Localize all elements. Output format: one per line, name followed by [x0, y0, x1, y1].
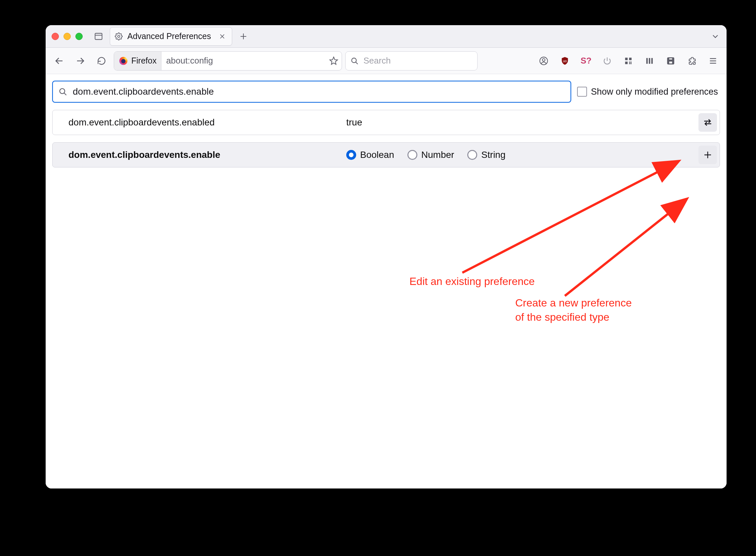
tab-title: Advanced Preferences: [127, 31, 213, 41]
svg-marker-11: [330, 57, 337, 64]
search-icon: [350, 57, 359, 65]
search-bar[interactable]: Search: [345, 51, 478, 70]
svg-rect-21: [631, 62, 632, 63]
extension-button-save[interactable]: [662, 52, 680, 70]
window-close-button[interactable]: [51, 33, 59, 40]
pref-name: dom.event.clipboardevents.enable: [69, 149, 340, 160]
svg-rect-24: [646, 58, 647, 64]
power-button[interactable]: [598, 52, 616, 70]
checkbox-icon[interactable]: [577, 87, 587, 97]
arrow-left-icon: [54, 56, 64, 66]
svg-rect-19: [625, 62, 628, 64]
svg-rect-26: [651, 58, 652, 64]
show-modified-option[interactable]: Show only modified preferences: [577, 87, 720, 97]
pref-filter-input[interactable]: [72, 86, 565, 97]
svg-point-10: [121, 59, 125, 63]
identity-chip[interactable]: Firefox: [114, 51, 161, 70]
star-icon: [329, 56, 338, 66]
extensions-button[interactable]: [683, 52, 701, 70]
search-placeholder: Search: [364, 56, 390, 66]
reload-button[interactable]: [92, 52, 110, 70]
back-button[interactable]: [50, 52, 68, 70]
forward-button[interactable]: [71, 52, 89, 70]
gear-icon: [115, 32, 123, 40]
bars-icon: [645, 57, 654, 65]
arrow-right-icon: [75, 56, 85, 66]
address-bar[interactable]: Firefox about:config: [114, 51, 342, 70]
bookmark-star-button[interactable]: [326, 56, 342, 66]
radio-icon: [408, 150, 417, 160]
toggle-pref-button[interactable]: [698, 113, 717, 132]
svg-point-2: [118, 35, 120, 37]
window-zoom-button[interactable]: [75, 33, 83, 40]
svg-rect-17: [625, 58, 628, 60]
url-text: about:config: [161, 56, 326, 66]
shield-icon: uo: [560, 56, 569, 66]
app-menu-button[interactable]: [704, 52, 722, 70]
svg-line-34: [64, 93, 67, 95]
annotation-edit-label: Edit an existing preference: [409, 274, 535, 288]
search-icon: [58, 87, 68, 96]
toggle-arrows-icon: [703, 117, 713, 128]
type-string[interactable]: String: [467, 149, 505, 160]
pref-type-options: Boolean Number String: [346, 149, 692, 160]
plus-icon: [239, 32, 248, 41]
show-modified-label: Show only modified preferences: [591, 87, 718, 97]
new-tab-button[interactable]: [235, 29, 251, 44]
extension-button-bars[interactable]: [641, 52, 658, 70]
extension-button-s[interactable]: S?: [577, 52, 595, 70]
pref-row-new: dom.event.clipboardevents.enable Boolean…: [52, 142, 720, 168]
nav-toolbar: Firefox about:config Search uo S?: [46, 48, 726, 74]
window-minimize-button[interactable]: [64, 33, 71, 40]
plus-icon: [703, 150, 713, 160]
type-boolean[interactable]: Boolean: [346, 149, 394, 160]
account-icon: [539, 56, 548, 66]
type-number[interactable]: Number: [408, 149, 454, 160]
extension-button-grid[interactable]: [619, 52, 637, 70]
svg-rect-25: [649, 58, 650, 64]
chevron-down-icon: [711, 32, 720, 41]
sidebar-tabs-button[interactable]: [90, 29, 107, 44]
tabs-overflow-button[interactable]: [707, 29, 723, 44]
letter-s-icon: S?: [580, 56, 591, 66]
pref-filter-box[interactable]: [52, 81, 571, 103]
svg-rect-28: [669, 58, 673, 60]
identity-label: Firefox: [131, 56, 156, 66]
tab-close-button[interactable]: [217, 31, 227, 41]
svg-text:uo: uo: [563, 59, 567, 63]
pref-value: true: [346, 117, 692, 128]
pref-row: dom.event.clipboardevents.enabled true: [52, 110, 720, 135]
svg-line-40: [565, 200, 686, 296]
annotation-create-label: Create a new preference of the specified…: [515, 296, 632, 324]
svg-point-12: [351, 58, 356, 63]
svg-rect-23: [631, 63, 632, 64]
svg-rect-18: [629, 58, 632, 60]
diskette-icon: [667, 57, 675, 65]
window-controls: [49, 33, 87, 40]
svg-rect-20: [629, 62, 630, 63]
browser-window: Advanced Preferences: [46, 25, 726, 488]
puzzle-icon: [687, 56, 696, 66]
browser-tab[interactable]: Advanced Preferences: [110, 27, 232, 46]
radio-selected-icon: [346, 150, 356, 160]
svg-point-15: [542, 59, 545, 61]
firefox-icon: [119, 56, 128, 66]
about-config-content: Show only modified preferences dom.event…: [46, 74, 726, 488]
pref-name: dom.event.clipboardevents.enabled: [69, 117, 340, 128]
svg-point-33: [60, 89, 65, 94]
power-icon: [603, 56, 612, 66]
close-icon: [219, 33, 226, 40]
svg-rect-0: [95, 33, 102, 39]
add-pref-button[interactable]: [698, 146, 717, 164]
radio-icon: [467, 150, 477, 160]
svg-rect-22: [629, 63, 630, 64]
svg-rect-29: [669, 61, 673, 64]
svg-line-39: [462, 162, 677, 273]
ublock-button[interactable]: uo: [556, 52, 574, 70]
svg-line-13: [355, 62, 357, 64]
tab-bar: Advanced Preferences: [46, 25, 726, 48]
annotation-arrow-create: [508, 160, 726, 303]
reload-icon: [97, 56, 106, 66]
grid-icon: [624, 57, 633, 65]
account-button[interactable]: [535, 52, 553, 70]
